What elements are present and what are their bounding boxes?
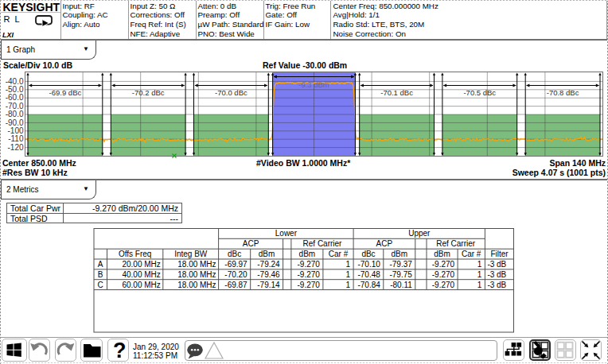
svg-text:C: C [98, 281, 103, 289]
svg-text:-70.48: -70.48 [357, 270, 380, 279]
svg-text:dBm: dBm [299, 250, 316, 258]
svg-text:-9.270: -9.270 [298, 260, 321, 269]
svg-text:Ref Carrier: Ref Carrier [303, 239, 343, 248]
svg-text:18.00 MHz: 18.00 MHz [177, 270, 216, 279]
svg-text:-9.270: -9.270 [298, 281, 321, 289]
svg-text:A: A [98, 260, 103, 269]
svg-text:Car #: Car # [462, 250, 481, 258]
svg-text:Car #: Car # [329, 250, 349, 258]
svg-text:Upper: Upper [408, 229, 431, 238]
svg-text:1: 1 [477, 260, 482, 269]
svg-text:dBm: dBm [259, 250, 275, 258]
svg-text:B: B [98, 270, 103, 279]
svg-text:18.00 MHz: 18.00 MHz [177, 281, 216, 289]
svg-text:-79.75: -79.75 [389, 270, 412, 279]
svg-text:60.00 MHz: 60.00 MHz [122, 281, 160, 289]
svg-text:-9.270: -9.270 [298, 270, 321, 279]
svg-text:-70.10: -70.10 [357, 260, 380, 269]
svg-text:1: 1 [346, 281, 351, 289]
svg-text:-9.270: -9.270 [432, 260, 455, 269]
svg-text:dBc: dBc [228, 250, 241, 258]
svg-text:Ref Carrier: Ref Carrier [436, 239, 476, 248]
svg-text:20.00 MHz: 20.00 MHz [122, 260, 160, 269]
svg-text:ACP: ACP [376, 239, 393, 248]
svg-text:-3 dB: -3 dB [487, 260, 506, 269]
svg-text:Offs Freq: Offs Freq [119, 250, 152, 258]
svg-text:dBm: dBm [392, 250, 408, 258]
svg-text:-70.84: -70.84 [357, 281, 380, 289]
svg-text:-3 dB: -3 dB [487, 270, 506, 279]
svg-text:-79.14: -79.14 [257, 281, 280, 289]
svg-text:18.00 MHz: 18.00 MHz [177, 260, 216, 269]
svg-text:Lower: Lower [275, 229, 298, 238]
svg-text:-9.270: -9.270 [432, 281, 455, 289]
svg-text:-3 dB: -3 dB [487, 281, 506, 289]
svg-text:1: 1 [346, 260, 351, 269]
svg-text:-80.11: -80.11 [390, 281, 412, 289]
svg-text:1: 1 [346, 270, 351, 279]
svg-text:-70.20: -70.20 [224, 270, 247, 279]
svg-text:dBm: dBm [434, 250, 450, 258]
svg-text:-79.37: -79.37 [389, 260, 412, 269]
svg-text:-69.87: -69.87 [224, 281, 247, 289]
svg-text:1: 1 [477, 270, 482, 279]
svg-text:-79.24: -79.24 [257, 260, 280, 269]
svg-text:-9.270: -9.270 [432, 270, 455, 279]
svg-text:1: 1 [477, 281, 482, 289]
svg-text:ACP: ACP [243, 239, 259, 248]
svg-text:-79.46: -79.46 [257, 270, 280, 279]
svg-text:40.00 MHz: 40.00 MHz [122, 270, 160, 279]
svg-text:Filter: Filter [490, 250, 509, 258]
svg-text:dBc: dBc [361, 250, 375, 258]
svg-text:-69.97: -69.97 [224, 260, 247, 269]
svg-text:Integ BW: Integ BW [174, 250, 208, 258]
